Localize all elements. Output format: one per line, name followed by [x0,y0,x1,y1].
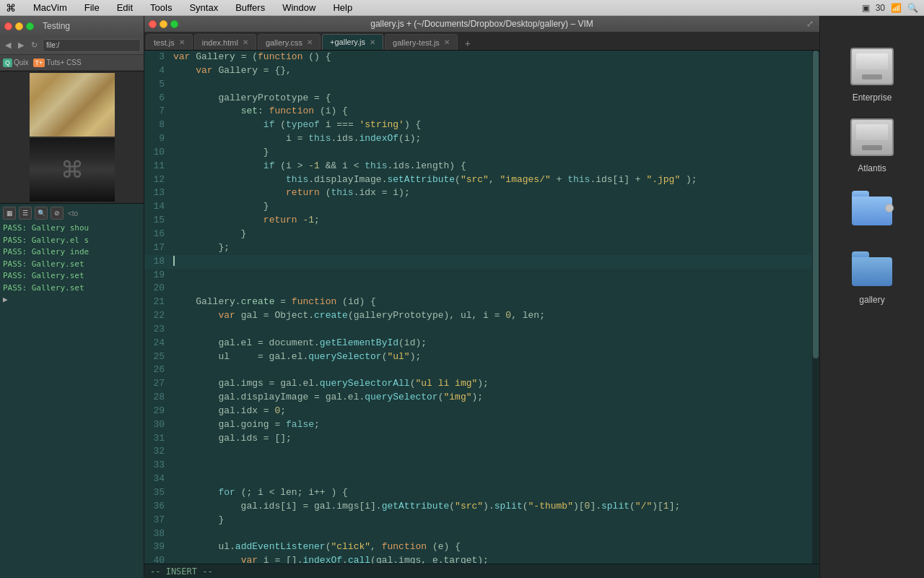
browser-url[interactable]: file:/ [43,39,141,52]
test-result-3: PASS: Gallery inde [3,246,141,259]
table-row: 11 if (i > -1 && i < this.ids.length) { [144,160,819,173]
tab-close-gallery-js[interactable]: ✕ [370,38,375,46]
table-row: 8 if (typeof i === 'string') { [144,118,819,132]
tab-close-gallery-test-js[interactable]: ✕ [444,38,450,46]
finder-item-active-folder[interactable] [820,179,924,240]
hd-platter-atlantis [856,124,888,140]
table-row: 5 [144,78,819,92]
active-folder-icon [849,185,895,231]
table-row: 20 [144,282,819,296]
menu-bar-search-icon[interactable]: 🔍 [907,3,918,13]
gallery-folder-label: gallery [859,295,884,305]
code-area[interactable]: 3var Gallery = (function () { 4 var Gall… [144,51,819,578]
table-row: 3var Gallery = (function () { [144,51,819,64]
thumbnail-1[interactable] [30,73,115,137]
thumb-image-1 [30,73,115,137]
editor-close-btn[interactable] [149,20,157,28]
tab-label-test-js: test.js [154,38,175,47]
browser-title: Testing [43,21,70,31]
finder-item-enterprise[interactable]: Enterprise [820,38,924,108]
close-button[interactable] [4,22,12,30]
editor-minimize-btn[interactable] [160,20,167,28]
table-row: 34 [144,473,819,486]
bookmark-tuts[interactable]: T+ Tuts+ CSS [33,59,82,67]
thumbnail-2[interactable]: ⌘ [30,138,115,202]
menu-bar-wifi-icon: 📶 [891,3,902,13]
table-row: 23 [144,323,819,337]
tab-gallery-css[interactable]: gallery.css ✕ [258,34,321,50]
table-row: 6 galleryPrototype = { [144,92,819,105]
test-result-2: PASS: Gallery.el s [3,235,141,247]
menu-tools[interactable]: Tools [147,2,175,13]
vim-mode: -- INSERT -- [150,566,213,577]
menu-edit[interactable]: Edit [114,2,136,13]
table-row: 33 [144,459,819,473]
back-button[interactable]: ◀ [3,40,13,51]
tab-index-html[interactable]: index.html ✕ [194,34,256,50]
menu-buffers[interactable]: Buffers [232,2,268,13]
tab-bar: test.js ✕ index.html ✕ gallery.css ✕ +ga… [144,32,819,51]
test-list-view-btn[interactable]: ☰ [19,207,32,220]
menu-window[interactable]: Window [279,2,318,13]
table-row: 12 this.displayImage.setAttribute("src",… [144,173,819,187]
minimize-button[interactable] [15,22,23,30]
editor-fullscreen-btn[interactable]: ⤢ [806,19,814,29]
tab-close-gallery-css[interactable]: ✕ [307,38,313,46]
reload-button[interactable]: ↻ [29,40,40,51]
test-search-btn[interactable]: 🔍 [35,207,48,220]
table-row: 32 [144,445,819,459]
hd-connector [862,74,882,79]
quix-label: Quix [14,59,29,66]
table-row: 10 } [144,146,819,160]
table-row: 31 gal.ids = []; [144,432,819,446]
main-layout: Testing ◀ ▶ ↻ file:/ Q Quix T+ Tuts+ CSS [0,16,924,578]
enterprise-hd-icon [849,43,895,90]
browser-window: Testing ◀ ▶ ↻ file:/ Q Quix T+ Tuts+ CSS [0,16,144,72]
apple-menu[interactable]: ⌘ [6,2,16,14]
table-row: 26 [144,363,819,377]
menu-help[interactable]: Help [330,2,355,13]
editor-maximize-btn[interactable] [170,20,178,28]
tab-test-js[interactable]: test.js ✕ [146,34,193,50]
left-panel: Testing ◀ ▶ ↻ file:/ Q Quix T+ Tuts+ CSS [0,16,144,578]
expand-arrow[interactable]: ▶ [3,294,141,306]
browser-titlebar: Testing [0,16,144,36]
tab-close-test-js[interactable]: ✕ [179,38,185,46]
table-row: 39 ul.addEventListener("click", function… [144,540,819,554]
table-row: 28 gal.displayImage = gal.el.querySelect… [144,391,819,405]
hd-connector-atlantis [862,145,882,150]
hd-platter [856,53,888,69]
finder-item-atlantis[interactable]: Atlantis [820,108,924,179]
test-filter-label: <to [68,210,78,217]
test-results: PASS: Gallery shou PASS: Gallery.el s PA… [3,223,141,306]
test-grid-view-btn[interactable]: ▦ [3,207,16,220]
quix-icon: Q [3,59,12,67]
bookmark-quix[interactable]: Q Quix [3,59,29,67]
menu-file[interactable]: File [82,2,103,13]
menu-syntax[interactable]: Syntax [186,2,221,13]
menu-bar-battery-icon: ▣ [862,3,870,13]
test-toolbar: ▦ ☰ 🔍 ⊘ <to [3,207,141,220]
scrollbar-track[interactable] [812,51,819,564]
scrollbar-thumb[interactable] [813,51,819,358]
table-row: 7 set: function (i) { [144,105,819,118]
forward-button[interactable]: ▶ [16,40,26,51]
table-row: 14 } [144,200,819,214]
finder-item-gallery[interactable]: gallery [820,240,924,311]
table-row: 29 gal.idx = 0; [144,405,819,418]
cursor [173,256,175,266]
tab-gallery-js[interactable]: +gallery.js ✕ [322,34,383,50]
tuts-icon: T+ [33,59,45,67]
editor-title: gallery.js + (~/Documents/Dropbox/Deskto… [370,19,593,29]
test-stop-btn[interactable]: ⊘ [51,207,64,220]
tab-gallery-test-js[interactable]: gallery-test.js ✕ [385,34,458,50]
menu-macvim[interactable]: MacVim [30,2,70,13]
tab-label-gallery-js: +gallery.js [330,38,365,46]
maximize-button[interactable] [26,22,34,30]
table-row: 19 [144,269,819,282]
gallery-folder-icon [849,246,895,292]
browser-bookmarks: Q Quix T+ Tuts+ CSS [0,55,144,71]
url-text: file:/ [46,41,59,49]
new-tab-button[interactable]: + [461,37,475,50]
tab-close-index-html[interactable]: ✕ [243,38,248,46]
